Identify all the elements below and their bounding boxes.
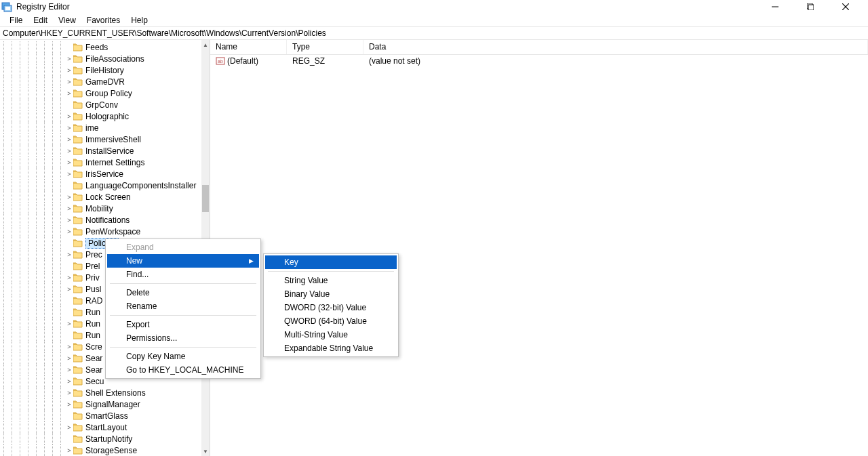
menu-view[interactable]: View bbox=[53, 14, 81, 26]
expander-icon[interactable]: > bbox=[65, 79, 73, 85]
cm-new-multi[interactable]: Multi-String Value bbox=[265, 328, 397, 341]
expander-icon[interactable]: > bbox=[65, 125, 73, 131]
menu-favorites[interactable]: Favorites bbox=[81, 14, 125, 26]
folder-icon bbox=[73, 43, 83, 51]
expander-icon[interactable]: > bbox=[65, 447, 73, 454]
tree-node[interactable]: >Shell Extensions bbox=[0, 387, 201, 398]
list-header: Name Type Data bbox=[210, 40, 868, 55]
expander-icon[interactable]: > bbox=[65, 205, 73, 212]
cm-new-binary[interactable]: Binary Value bbox=[265, 287, 397, 301]
folder-icon bbox=[73, 182, 83, 190]
cm-expand[interactable]: Expand bbox=[107, 241, 259, 254]
folder-icon bbox=[73, 216, 83, 224]
expander-icon[interactable]: > bbox=[65, 251, 73, 258]
menu-file[interactable]: File bbox=[4, 14, 28, 26]
tree-node[interactable]: >Internet Settings bbox=[0, 157, 201, 168]
tree-node[interactable]: >Notifications bbox=[0, 214, 201, 226]
cm-copy-key[interactable]: Copy Key Name bbox=[107, 350, 259, 363]
tree-node[interactable]: >FileAssociations bbox=[0, 53, 201, 64]
expander-icon[interactable]: > bbox=[65, 355, 73, 362]
tree-node[interactable]: >Group Policy bbox=[0, 87, 201, 99]
tree-node-label: ImmersiveShell bbox=[85, 135, 145, 144]
tree-node-label: FileAssociations bbox=[85, 54, 149, 64]
expander-icon[interactable]: > bbox=[65, 67, 73, 74]
expander-icon[interactable]: > bbox=[65, 378, 73, 385]
expander-icon[interactable]: > bbox=[65, 228, 73, 235]
scroll-down-button[interactable]: ▼ bbox=[201, 447, 210, 456]
tree-node[interactable]: GrpConv bbox=[0, 99, 201, 110]
folder-icon bbox=[73, 400, 83, 409]
tree-node-label: IrisService bbox=[85, 169, 127, 179]
expander-icon[interactable]: > bbox=[65, 286, 73, 293]
tree-node[interactable]: >Mobility bbox=[0, 203, 201, 214]
tree-node-label: Lock Screen bbox=[85, 192, 135, 202]
maximize-button[interactable] bbox=[800, 0, 821, 14]
folder-icon bbox=[73, 89, 83, 98]
tree-node[interactable]: >StorageSense bbox=[0, 444, 201, 456]
tree-node[interactable]: >ime bbox=[0, 122, 201, 133]
address-bar[interactable]: Computer\HKEY_CURRENT_USER\Software\Micr… bbox=[0, 26, 868, 40]
svg-text:ab: ab bbox=[218, 59, 223, 64]
tree-node[interactable]: >ImmersiveShell bbox=[0, 133, 201, 145]
tree-node-label: RAD bbox=[85, 296, 106, 306]
cm-export[interactable]: Export bbox=[107, 318, 259, 331]
context-submenu-new: Key String Value Binary Value DWORD (32-… bbox=[263, 253, 399, 357]
scroll-up-button[interactable]: ▲ bbox=[201, 40, 210, 49]
cm-find[interactable]: Find... bbox=[107, 268, 259, 281]
tree-node-label: ime bbox=[85, 123, 102, 133]
tree-node[interactable]: >InstallService bbox=[0, 145, 201, 157]
expander-icon[interactable]: > bbox=[65, 136, 73, 143]
expander-icon[interactable]: > bbox=[65, 401, 73, 408]
expander-icon[interactable]: > bbox=[65, 56, 73, 62]
expander-icon[interactable]: > bbox=[65, 344, 73, 350]
tree-node[interactable]: >GameDVR bbox=[0, 76, 201, 87]
column-name[interactable]: Name bbox=[210, 40, 287, 54]
column-type[interactable]: Type bbox=[287, 40, 363, 54]
tree-node[interactable]: LanguageComponentsInstaller bbox=[0, 180, 201, 191]
cm-delete[interactable]: Delete bbox=[107, 286, 259, 299]
expander-icon[interactable]: > bbox=[65, 113, 73, 120]
cm-new-key[interactable]: Key bbox=[265, 255, 397, 269]
menu-edit[interactable]: Edit bbox=[28, 14, 53, 26]
expander-icon[interactable]: > bbox=[65, 148, 73, 154]
tree-node[interactable]: >StartLayout bbox=[0, 421, 201, 433]
tree-node[interactable]: >Holographic bbox=[0, 110, 201, 122]
tree-node[interactable]: SmartGlass bbox=[0, 410, 201, 421]
tree-node[interactable]: Feeds bbox=[0, 41, 201, 53]
folder-icon bbox=[73, 285, 83, 293]
expander-icon[interactable]: > bbox=[65, 320, 73, 327]
tree-node[interactable]: >Lock Screen bbox=[0, 191, 201, 203]
cm-new-qword[interactable]: QWORD (64-bit) Value bbox=[265, 314, 397, 328]
cm-new-dword[interactable]: DWORD (32-bit) Value bbox=[265, 301, 397, 314]
list-row[interactable]: ab (Default) REG_SZ (value not set) bbox=[210, 55, 868, 67]
expander-icon[interactable]: > bbox=[65, 390, 73, 396]
cm-goto[interactable]: Go to HKEY_LOCAL_MACHINE bbox=[107, 363, 259, 377]
expander-icon[interactable]: > bbox=[65, 274, 73, 281]
expander-icon[interactable]: > bbox=[65, 171, 73, 178]
tree-node[interactable]: >PenWorkspace bbox=[0, 226, 201, 237]
tree-node[interactable]: StartupNotify bbox=[0, 433, 201, 444]
expander-icon[interactable]: > bbox=[65, 424, 73, 431]
folder-icon bbox=[73, 136, 83, 144]
menu-help[interactable]: Help bbox=[125, 14, 153, 26]
tree-node[interactable]: >FileHistory bbox=[0, 64, 201, 76]
tree-node-label: Mobility bbox=[85, 204, 117, 213]
cm-new[interactable]: New ▶ bbox=[107, 254, 259, 268]
column-data[interactable]: Data bbox=[363, 40, 868, 54]
tree-node[interactable]: >IrisService bbox=[0, 168, 201, 180]
folder-icon bbox=[73, 366, 83, 374]
expander-icon[interactable]: > bbox=[65, 194, 73, 201]
minimize-button[interactable] bbox=[765, 0, 785, 14]
cm-new-expand[interactable]: Expandable String Value bbox=[265, 341, 397, 355]
expander-icon[interactable]: > bbox=[65, 217, 73, 224]
cm-new-string[interactable]: String Value bbox=[265, 274, 397, 287]
cm-permissions[interactable]: Permissions... bbox=[107, 331, 259, 345]
close-button[interactable] bbox=[835, 0, 856, 14]
cm-rename[interactable]: Rename bbox=[107, 299, 259, 313]
expander-icon[interactable]: > bbox=[65, 159, 73, 166]
expander-icon[interactable]: > bbox=[65, 367, 73, 373]
expander-icon[interactable]: > bbox=[65, 90, 73, 97]
folder-icon bbox=[73, 423, 83, 432]
scroll-thumb[interactable] bbox=[202, 185, 209, 212]
tree-node[interactable]: >SignalManager bbox=[0, 398, 201, 410]
